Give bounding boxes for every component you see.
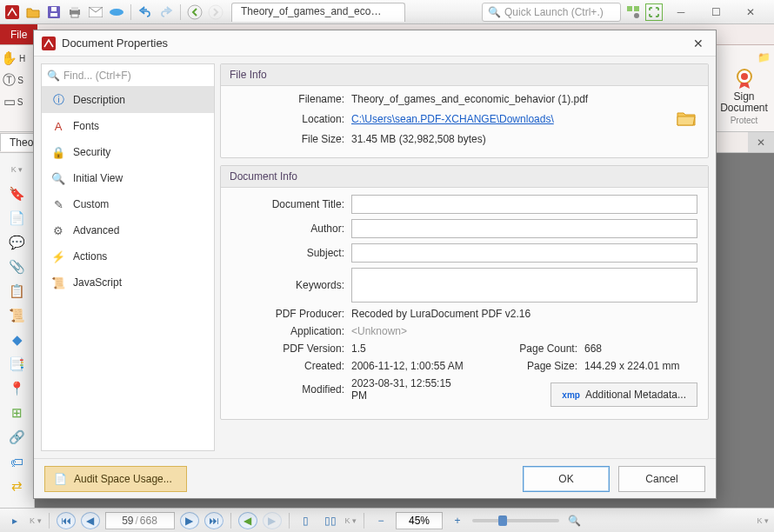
script-icon: 📜 [50,275,66,290]
pagecount-label: Page Count: [464,342,577,355]
document-info-group: Document Info Document Title: Author: Su… [220,165,709,420]
version-value: 1.5 [351,342,464,355]
properties-panel: File Info Filename:Theory_of_games_and_e… [220,63,709,451]
bolt-icon: ⚡ [50,249,66,264]
category-find[interactable]: 🔍 Find... (Ctrl+F) [42,64,214,87]
pagecount-value: 668 [584,342,697,355]
application-label: Application: [231,325,344,337]
created-value: 2006-11-12, 1:00:55 AM [351,360,464,372]
created-label: Created: [231,360,344,372]
filesize-value: 31.45 MB (32,982,508 bytes) [351,133,697,145]
subject-label: Subject: [231,247,344,259]
category-custom[interactable]: ✎Custom [42,191,214,217]
author-input[interactable] [351,219,697,238]
svg-rect-16 [42,37,56,50]
category-actions[interactable]: ⚡Actions [42,243,214,269]
view-icon: 🔍 [50,170,66,186]
category-javascript[interactable]: 📜JavaScript [42,269,214,296]
info-icon: ⓘ [50,92,66,108]
category-fonts[interactable]: AFonts [42,113,214,139]
doctitle-label: Document Title: [231,198,344,210]
document-info-header: Document Info [221,166,708,188]
location-label: Location: [231,113,344,125]
subject-input[interactable] [351,243,697,263]
xmp-icon: xmp [562,390,580,400]
version-label: PDF Version: [231,342,344,355]
keywords-input[interactable] [351,268,697,303]
find-placeholder: Find... (Ctrl+F) [63,70,131,82]
audit-icon: 📄 [54,473,67,485]
modal-overlay: Document Properties ✕ 🔍 Find... (Ctrl+F)… [0,0,774,532]
category-advanced[interactable]: ⚙Advanced [42,217,214,243]
filename-value: Theory_of_games_and_economic_behavior (1… [351,93,697,105]
modified-label: Modified: [231,383,344,396]
custom-icon: ✎ [50,196,66,212]
pagesize-value: 144.29 x 224.01 mm [584,360,697,372]
cancel-button[interactable]: Cancel [618,466,705,492]
file-info-group: File Info Filename:Theory_of_games_and_e… [220,63,709,158]
category-panel: 🔍 Find... (Ctrl+F) ⓘDescription AFonts 🔒… [41,63,215,451]
producer-value: Recoded by LuraDocument PDF v2.16 [351,308,697,320]
producer-label: PDF Producer: [231,308,344,320]
author-label: Author: [231,223,344,235]
modified-value: 2023-08-31, 12:55:15 PM [351,377,464,402]
additional-metadata-button[interactable]: xmpAdditional Metadata... [550,382,697,407]
ok-button[interactable]: OK [523,466,610,492]
category-list: ⓘDescription AFonts 🔒Security 🔍Initial V… [42,87,214,450]
font-icon: A [50,118,66,134]
category-initial-view[interactable]: 🔍Initial View [42,165,214,191]
category-description[interactable]: ⓘDescription [42,87,214,113]
dialog-title: Document Properties [62,37,168,50]
open-folder-icon[interactable] [677,110,697,128]
filesize-label: File Size: [231,133,344,145]
dialog-close-button[interactable]: ✕ [688,33,709,54]
pagesize-label: Page Size: [464,360,577,372]
keywords-label: Keywords: [231,279,344,291]
gear-icon: ⚙ [50,223,66,238]
category-security[interactable]: 🔒Security [42,139,214,165]
location-link[interactable]: C:\Users\sean.PDF-XCHANGE\Downloads\ [351,113,670,125]
file-info-header: File Info [221,64,708,86]
dialog-footer: 📄 Audit Space Usage... OK Cancel [34,458,716,498]
document-properties-dialog: Document Properties ✕ 🔍 Find... (Ctrl+F)… [33,30,717,499]
lock-icon: 🔒 [50,144,66,160]
search-icon: 🔍 [47,70,60,82]
application-value: <Unknown> [351,325,697,337]
doctitle-input[interactable] [351,195,697,214]
audit-space-button[interactable]: 📄 Audit Space Usage... [44,466,187,492]
filename-label: Filename: [231,93,344,105]
dialog-app-icon [41,36,57,51]
dialog-titlebar: Document Properties ✕ [34,30,716,57]
